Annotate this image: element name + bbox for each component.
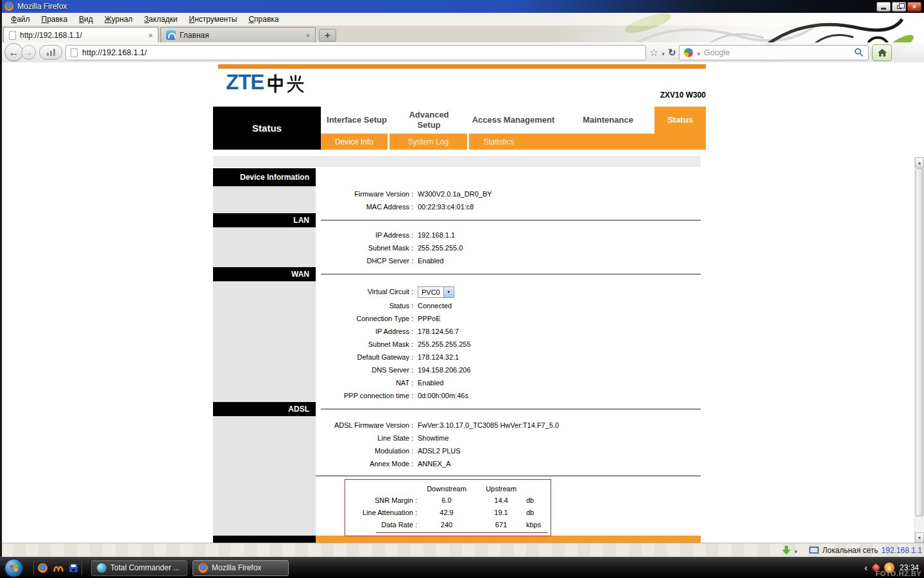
firefox-icon xyxy=(4,2,13,11)
section-body: Virtual Circuit :PVC0Status :ConnectedCo… xyxy=(316,267,701,402)
download-arrow-icon[interactable] xyxy=(782,545,791,556)
page-icon xyxy=(71,48,78,57)
tab-home[interactable]: Главная × xyxy=(160,27,316,42)
taskbar-buttons: Total Commander ...Mozilla Firefox xyxy=(91,560,289,576)
tab-bar: http://192.168.1.1/ × Главная × + xyxy=(0,26,924,42)
restore-button[interactable] xyxy=(892,2,906,12)
back-button[interactable] xyxy=(4,43,23,62)
menu-item-[interactable]: Инструменты xyxy=(184,15,243,24)
stats-col-downstream: Downstream xyxy=(417,483,476,495)
stats-upstream-value: 671 xyxy=(476,519,526,531)
start-button[interactable] xyxy=(4,559,23,577)
router-subtab-system-log[interactable]: System Log xyxy=(388,134,467,150)
router-navigation: Status Interface SetupAdvanced SetupAcce… xyxy=(213,107,706,150)
windows-logo-icon xyxy=(10,564,18,572)
scroll-up-icon[interactable] xyxy=(915,157,924,168)
stats-downstream-value: 240 xyxy=(417,519,476,531)
minimize-button[interactable] xyxy=(877,2,891,12)
bookmark-star-icon[interactable] xyxy=(649,46,658,58)
home-tab-favicon xyxy=(166,30,176,40)
window-title: Mozilla Firefox xyxy=(17,2,67,11)
tab-title: http://192.168.1.1/ xyxy=(20,31,145,40)
network-address[interactable]: 192.168.1.1 xyxy=(882,546,922,555)
menu-item-[interactable]: Файл xyxy=(5,15,36,24)
close-button[interactable]: × xyxy=(907,2,921,12)
row-value: Enabled xyxy=(418,257,443,265)
url-bar[interactable]: http://192.168.1.1/ xyxy=(65,45,646,60)
info-row-status: Status :Connected xyxy=(316,299,701,312)
row-label: ADSL Firmware Version : xyxy=(316,419,413,432)
router-tab-access-management[interactable]: Access Management xyxy=(465,107,561,134)
network-monitor-icon xyxy=(809,547,819,554)
router-model: ZXV10 W300 xyxy=(603,91,706,100)
router-subtab-device-info[interactable]: Device Info xyxy=(321,134,388,150)
tab-close-icon[interactable]: × xyxy=(306,31,310,39)
home-button[interactable] xyxy=(872,44,892,61)
row-label: Annex Mode : xyxy=(316,457,413,470)
stats-header-spacer xyxy=(345,483,417,495)
taskbar-button-mozilla-firefox[interactable]: Mozilla Firefox xyxy=(193,560,289,576)
status-right-cluster: Локальная сеть 192.168.1.1 xyxy=(782,545,924,556)
router-tab-maintenance[interactable]: Maintenance xyxy=(561,107,654,134)
taskbar-separator xyxy=(33,561,34,575)
forward-button[interactable] xyxy=(21,45,36,60)
tray-collapse-icon[interactable] xyxy=(864,562,868,574)
bookmark-dropdown-icon[interactable] xyxy=(662,47,665,58)
row-value: 178.124.32.1 xyxy=(418,353,459,361)
virtual-circuit-select[interactable]: PVC0 xyxy=(418,286,454,298)
row-value: FwVer:3.10.17.0_TC3085 HwVer:T14.F7_5.0 xyxy=(418,421,559,429)
menu-item-[interactable]: Журнал xyxy=(99,15,139,24)
router-tab-advanced-setup[interactable]: Advanced Setup xyxy=(393,107,465,134)
select-dropdown-icon[interactable] xyxy=(443,287,454,297)
menu-item-[interactable]: Вид xyxy=(73,15,99,24)
row-label: MAC Address : xyxy=(316,200,413,213)
taskbar-button-label: Total Commander ... xyxy=(110,563,180,572)
row-value: 178.124.56.7 xyxy=(418,328,459,335)
scroll-down-icon[interactable] xyxy=(915,532,924,543)
section-side: WAN xyxy=(213,267,316,402)
row-value: PPPoE xyxy=(418,315,440,322)
router-tab-status[interactable]: Status xyxy=(654,107,706,134)
taskbar-button-total-commander[interactable]: Total Commander ... xyxy=(91,560,187,576)
menu-item-[interactable]: Справка xyxy=(243,15,284,24)
search-icon[interactable] xyxy=(854,48,864,57)
download-dropdown-icon[interactable] xyxy=(794,545,798,556)
search-box[interactable]: Google xyxy=(679,45,869,60)
search-placeholder[interactable]: Google xyxy=(704,48,850,57)
url-text[interactable]: http://192.168.1.1/ xyxy=(82,48,147,57)
frame-scrollbar[interactable] xyxy=(914,157,924,543)
tab-close-icon[interactable]: × xyxy=(149,31,153,39)
router-section-lan: LANIP Address :192.168.1.1Subnet Mask :2… xyxy=(213,213,701,267)
taskbar-separator xyxy=(81,561,82,575)
window-titlebar[interactable]: Mozilla Firefox × xyxy=(0,0,924,13)
new-tab-button[interactable]: + xyxy=(319,29,336,42)
minimize-icon xyxy=(881,8,886,10)
save-quicklaunch-icon[interactable] xyxy=(69,564,78,572)
menu-item-[interactable]: Правка xyxy=(36,15,74,24)
reload-icon[interactable] xyxy=(668,47,676,58)
messenger-quicklaunch-icon[interactable] xyxy=(53,564,64,572)
router-tab-interface-setup[interactable]: Interface Setup xyxy=(321,107,393,134)
stats-label: Data Rate : xyxy=(345,519,417,531)
stats-addon-icon[interactable] xyxy=(39,45,62,60)
menu-item-[interactable]: Закладки xyxy=(139,15,184,24)
adsl-stats-table: DownstreamUpstreamSNR Margin :6.014.4dbL… xyxy=(345,479,551,536)
section-divider-line xyxy=(321,408,701,410)
firefox-quicklaunch-icon[interactable] xyxy=(38,563,47,573)
firefox-icon xyxy=(198,563,208,573)
row-label: Modulation : xyxy=(316,444,413,457)
stats-row-line-attenuation: Line Attenuation :42.919.1db xyxy=(345,507,551,519)
info-row-mac-address: MAC Address :00:22:93:c4:01:c8 xyxy=(316,200,701,213)
search-engine-dropdown-icon[interactable] xyxy=(697,47,700,58)
tab-router[interactable]: http://192.168.1.1/ × xyxy=(3,27,158,42)
scrollbar-thumb[interactable] xyxy=(916,168,923,516)
window-frame-edge xyxy=(0,0,2,557)
section-side: LAN xyxy=(213,213,316,267)
row-label: PPP connection time : xyxy=(316,389,413,402)
row-value: 192.168.1.1 xyxy=(418,231,455,239)
info-row-subnet-mask: Subnet Mask :255.255.255.0 xyxy=(316,241,701,254)
router-subtab-statistics[interactable]: Statistics xyxy=(467,134,529,150)
row-label: Virtual Circuit : xyxy=(316,284,413,299)
row-label: Line State : xyxy=(316,432,413,444)
desktop: Mozilla Firefox × ФайлПравкаВидЖурналЗак… xyxy=(0,0,924,578)
